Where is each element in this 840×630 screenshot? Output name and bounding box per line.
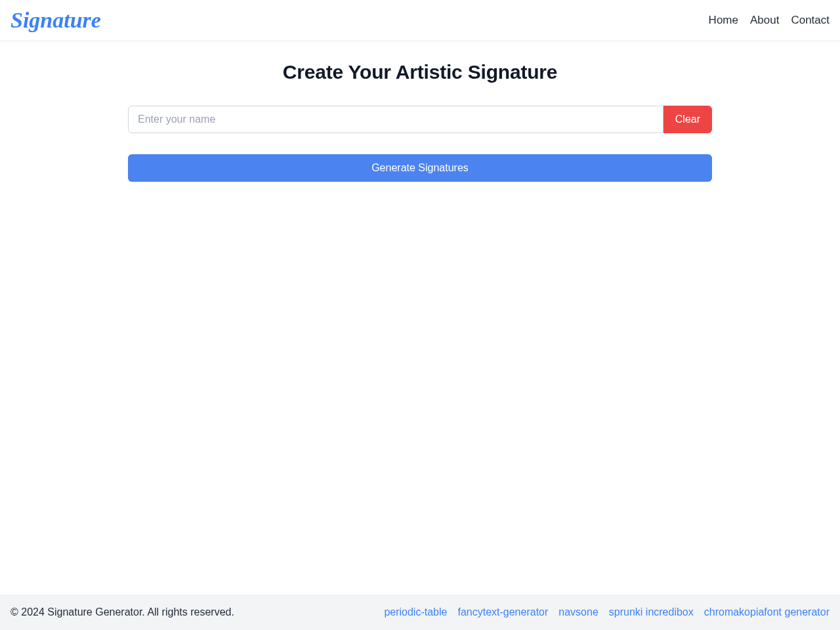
nav-home[interactable]: Home xyxy=(709,14,738,27)
input-row: Clear xyxy=(128,106,712,133)
nav-contact[interactable]: Contact xyxy=(791,14,830,27)
name-input[interactable] xyxy=(128,106,663,133)
header: Signature Home About Contact xyxy=(0,0,840,41)
footer: © 2024 Signature Generator. All rights r… xyxy=(0,595,840,630)
page-title: Create Your Artistic Signature xyxy=(283,61,558,83)
footer-link-chromakopiafont-generator[interactable]: chromakopiafont generator xyxy=(704,606,830,618)
main-nav: Home About Contact xyxy=(709,14,830,27)
nav-about[interactable]: About xyxy=(750,14,779,27)
generate-button[interactable]: Generate Signatures xyxy=(128,154,712,182)
main-content: Create Your Artistic Signature Clear Gen… xyxy=(0,41,840,595)
footer-links: periodic-table fancytext-generator navso… xyxy=(384,606,830,618)
footer-link-periodic-table[interactable]: periodic-table xyxy=(384,606,447,618)
footer-link-navsone[interactable]: navsone xyxy=(558,606,598,618)
footer-link-sprunki-incredibox[interactable]: sprunki incredibox xyxy=(609,606,694,618)
logo[interactable]: Signature xyxy=(10,9,101,32)
clear-button[interactable]: Clear xyxy=(663,106,712,133)
footer-link-fancytext-generator[interactable]: fancytext-generator xyxy=(457,606,548,618)
copyright-text: © 2024 Signature Generator. All rights r… xyxy=(10,606,234,618)
